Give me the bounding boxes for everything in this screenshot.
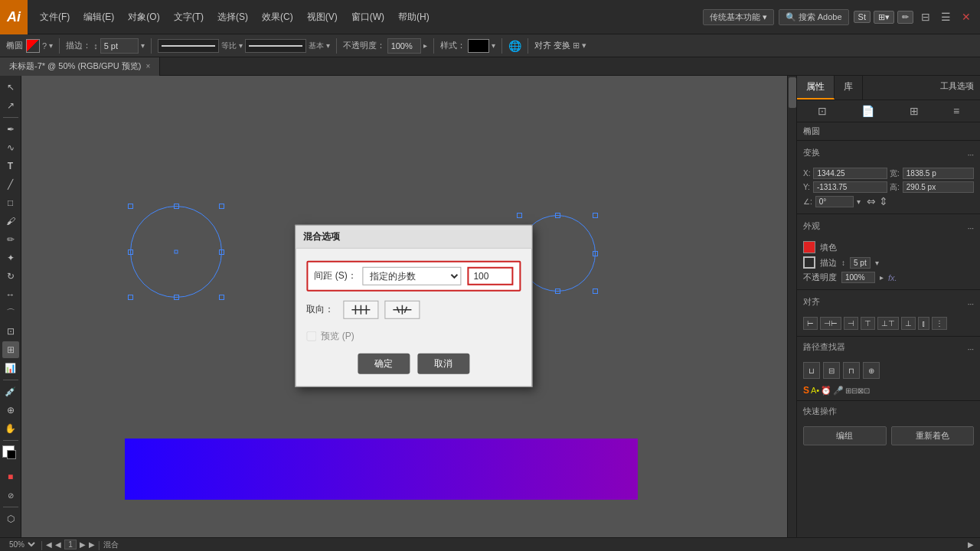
blend-dropdown2[interactable]: ▾ xyxy=(326,41,330,50)
orientation-btn-2[interactable] xyxy=(384,300,420,318)
pf-intersect[interactable]: ⊓ xyxy=(843,362,860,379)
distrib-h[interactable]: ⫿ xyxy=(918,317,929,330)
vertical-scrollbar[interactable] xyxy=(787,76,796,542)
width-tool[interactable]: ↔ xyxy=(2,286,19,303)
flip-h-icon[interactable]: ⇔ xyxy=(867,195,876,207)
opacity-value[interactable]: 100% xyxy=(841,272,875,283)
menu-help[interactable]: 帮助(H) xyxy=(392,8,436,27)
eyedropper-tool[interactable]: 💉 xyxy=(2,383,19,400)
stroke-line-preview-1[interactable] xyxy=(158,39,219,53)
panel-icon-appearance[interactable]: ⊡ xyxy=(818,105,827,117)
align-hcenter[interactable]: ⊣⊢ xyxy=(820,317,841,330)
style-dropdown[interactable]: ▾ xyxy=(492,41,495,50)
menu-object[interactable]: 对象(O) xyxy=(122,8,165,27)
rotate-tool[interactable]: ↻ xyxy=(2,268,19,285)
right-handle-tl[interactable] xyxy=(517,213,522,218)
pf-minus-front[interactable]: ⊟ xyxy=(823,362,840,379)
panel-icon-layers[interactable]: ≡ xyxy=(953,105,959,117)
sga-s-icon[interactable]: S xyxy=(803,385,809,396)
center-handle[interactable] xyxy=(175,250,178,254)
handle-tr[interactable] xyxy=(219,204,224,209)
direct-select-tool[interactable]: ↗ xyxy=(2,97,19,114)
menu-effect[interactable]: 效果(C) xyxy=(256,8,299,27)
spacing-dropdown[interactable]: 指定的步数 xyxy=(363,266,462,285)
flip-v-icon[interactable]: ⇕ xyxy=(879,195,888,207)
canvas-area[interactable]: 混合选项 间距 (S)： 指定的步数 取向： xyxy=(21,76,796,551)
stroke-unit-dropdown[interactable]: ▾ xyxy=(875,259,879,267)
sga-a-icon[interactable]: A• xyxy=(811,386,819,395)
distrib-v[interactable]: ⋮ xyxy=(932,317,947,330)
opacity-arrow[interactable]: ▸ xyxy=(423,41,427,50)
x-value[interactable]: 1344.25 xyxy=(813,168,887,179)
orientation-btn-1[interactable] xyxy=(343,300,378,318)
y-value[interactable]: -1313.75 xyxy=(813,181,887,193)
handle-left[interactable] xyxy=(128,249,133,255)
pencil-tool[interactable]: ✏ xyxy=(2,231,19,248)
tool-options-label[interactable]: 工具选项 xyxy=(934,76,980,99)
menu-select[interactable]: 选择(S) xyxy=(211,8,254,27)
spacing-value-input[interactable] xyxy=(467,266,513,285)
next-page-icon[interactable]: ▶ xyxy=(89,540,95,549)
tab-close-button[interactable]: × xyxy=(146,62,151,70)
stroke-line-preview-2[interactable] xyxy=(245,39,306,53)
stroke-color-icon[interactable] xyxy=(26,39,40,53)
sga-icon-1[interactable]: St xyxy=(854,11,871,23)
pen-tool[interactable]: ✒ xyxy=(2,121,19,138)
sga-clock-icon[interactable]: ⏰ xyxy=(821,386,831,396)
zoom-select[interactable]: 50% xyxy=(6,540,38,549)
stroke-up-arrow[interactable]: ↕ xyxy=(841,259,845,267)
left-circle-group[interactable] xyxy=(130,206,222,298)
angle-value[interactable]: 0° xyxy=(815,196,854,207)
style-color-box[interactable] xyxy=(468,39,489,53)
warp-tool[interactable]: ⌒ xyxy=(2,305,19,321)
hand-tool[interactable]: ✋ xyxy=(2,420,19,437)
blend-dropdown1[interactable]: ▾ xyxy=(239,41,243,50)
gradient-rectangle[interactable] xyxy=(125,439,638,500)
angle-dropdown[interactable]: ▾ xyxy=(857,197,861,206)
align-right[interactable]: ⊣ xyxy=(844,317,858,330)
align-bottom[interactable]: ⊥ xyxy=(901,317,916,330)
right-handle-bottom[interactable] xyxy=(555,289,560,294)
properties-tab[interactable]: 属性 xyxy=(797,76,835,99)
web-icon[interactable]: 🌐 xyxy=(508,40,521,52)
page-num[interactable]: 1 xyxy=(64,540,77,549)
stroke-unit-dropdown[interactable]: ▾ xyxy=(141,41,145,50)
pathfinder-more[interactable]: ··· xyxy=(968,345,974,354)
rectangle-tool[interactable]: □ xyxy=(2,194,19,211)
handle-top[interactable] xyxy=(174,204,179,209)
shaper-tool[interactable]: ✦ xyxy=(2,249,19,266)
prev-page-icon[interactable]: ◀ xyxy=(46,540,52,549)
opacity-expand[interactable]: ▸ xyxy=(880,273,884,282)
pf-unite[interactable]: ⊔ xyxy=(803,362,820,379)
color-icon[interactable]: ■ xyxy=(2,468,19,485)
transform-more-icon[interactable]: ⊞ ▾ xyxy=(573,41,586,51)
next-icon[interactable]: ▶ xyxy=(80,540,86,549)
appearance-more[interactable]: ··· xyxy=(968,224,974,233)
opacity-input[interactable] xyxy=(387,38,421,54)
workspace-dropdown[interactable]: 传统基本功能 ▾ xyxy=(703,9,774,25)
prev-icon[interactable]: ◀ xyxy=(55,540,61,549)
panel-toggle-icon[interactable]: ⊟ xyxy=(918,11,933,23)
transform-more[interactable]: ··· xyxy=(968,151,974,159)
artboard-tool[interactable]: ⬡ xyxy=(2,510,19,527)
libraries-tab[interactable]: 库 xyxy=(835,76,863,99)
w-value[interactable]: 1838.5 p xyxy=(903,168,974,179)
cancel-button[interactable]: 取消 xyxy=(417,353,469,373)
sga-icon-2[interactable]: ⊞▾ xyxy=(874,11,894,24)
scrollbar-thumb[interactable] xyxy=(789,77,796,108)
line-tool[interactable]: ╱ xyxy=(2,176,19,193)
stroke-up-icon[interactable]: ↕ xyxy=(93,41,98,51)
menu-window[interactable]: 窗口(W) xyxy=(345,8,390,27)
stroke-appearance-value[interactable]: 5 pt xyxy=(850,257,871,269)
handle-br[interactable] xyxy=(219,295,224,300)
type-tool[interactable]: T xyxy=(2,158,19,174)
pf-exclude[interactable]: ⊕ xyxy=(863,362,880,379)
panel-icon-document[interactable]: 📄 xyxy=(861,105,874,117)
recolor-button[interactable]: 重新着色 xyxy=(891,426,975,445)
dialog-title-bar[interactable]: 混合选项 xyxy=(296,225,531,248)
search-adobe[interactable]: 🔍 搜索 Adobe xyxy=(779,9,849,25)
right-handle-br[interactable] xyxy=(593,289,598,294)
document-tab[interactable]: 未标题-7* @ 50% (RGB/GPU 预览) × xyxy=(0,57,160,76)
chart-tool[interactable]: 📊 xyxy=(2,360,19,377)
align-left[interactable]: ⊢ xyxy=(803,317,818,330)
